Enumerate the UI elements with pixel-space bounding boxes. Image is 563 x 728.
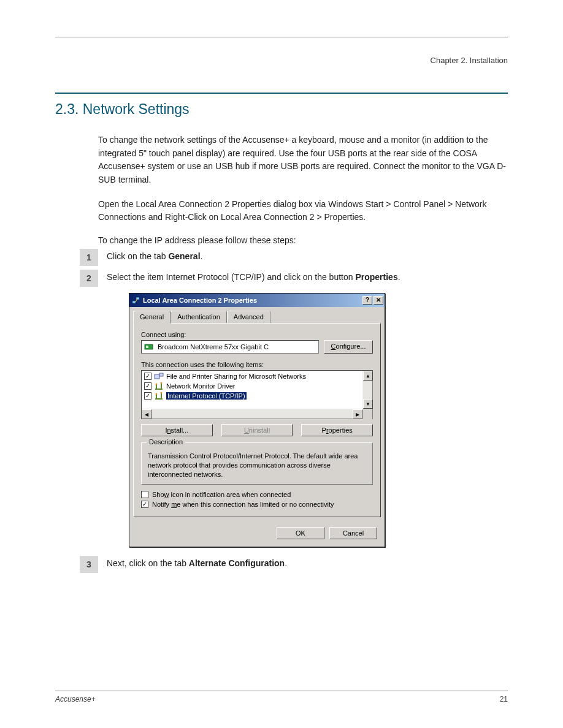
section-title: 2.3. Network Settings: [55, 101, 508, 118]
step-2: 2 Select the item Internet Protocol (TCP…: [55, 270, 508, 287]
protocol-icon: [154, 382, 164, 390]
step-1-text: Click on the tab General.: [107, 249, 202, 261]
notify-checkbox-row[interactable]: ✓ Notify me when this connection has lim…: [141, 501, 373, 508]
nic-icon: [144, 343, 154, 351]
horizontal-scrollbar[interactable]: ◀ ▶: [142, 409, 372, 419]
scroll-right-button[interactable]: ▶: [353, 409, 362, 419]
tab-authentication[interactable]: Authentication: [170, 311, 227, 323]
properties-button[interactable]: Properties: [301, 424, 373, 436]
page-footer: Accusense+ 21: [55, 691, 508, 703]
intro-paragraph-1: To change the network settings of the Ac…: [55, 134, 508, 187]
svg-point-11: [161, 382, 163, 384]
svg-point-10: [156, 384, 158, 385]
svg-rect-5: [155, 374, 159, 379]
scroll-down-button[interactable]: ▼: [363, 399, 373, 409]
tab-general-panel: Connect using: Broadcom NetXtreme 57xx G…: [133, 323, 381, 517]
steps-intro: To change the IP address please follow t…: [55, 235, 508, 245]
scroll-left-button[interactable]: ◀: [142, 409, 151, 419]
show-icon-checkbox[interactable]: [141, 491, 148, 498]
notify-checkbox[interactable]: ✓: [141, 501, 148, 508]
protocol-icon: [154, 392, 164, 400]
items-label: This connection uses the following items…: [141, 361, 373, 368]
show-icon-checkbox-row[interactable]: Show icon in notification area when conn…: [141, 491, 373, 498]
chapter-label: Chapter 2. Installation: [431, 56, 508, 65]
description-legend: Description: [147, 438, 185, 446]
cancel-button[interactable]: Cancel: [329, 527, 377, 539]
description-text: Transmission Control Protocol/Internet P…: [148, 452, 366, 479]
checkbox-file-printer[interactable]: ✓: [144, 373, 151, 380]
adapter-field[interactable]: Broadcom NetXtreme 57xx Gigabit C: [141, 340, 319, 354]
help-button[interactable]: ?: [362, 296, 372, 305]
uninstall-button: Uninstall: [221, 424, 293, 436]
item-tcpip[interactable]: ✓ Internet Protocol (TCP/IP): [142, 391, 362, 401]
item-file-printer-sharing[interactable]: ✓ File and Printer Sharing for Microsoft…: [142, 371, 362, 381]
step-2-number: 2: [80, 270, 98, 287]
svg-point-16: [161, 392, 163, 394]
install-button[interactable]: Install...: [141, 424, 213, 436]
scroll-track[interactable]: [363, 381, 372, 399]
service-icon: [154, 372, 164, 381]
product-name: Accusense+: [55, 695, 96, 703]
dialog-title: Local Area Connection 2 Properties: [143, 297, 362, 304]
tab-advanced[interactable]: Advanced: [227, 311, 270, 323]
notify-label: Notify me when this connection has limit…: [152, 501, 334, 508]
checkbox-tcpip[interactable]: ✓: [144, 392, 151, 400]
item-label: File and Printer Sharing for Microsoft N…: [166, 373, 306, 380]
connect-using-label: Connect using:: [141, 331, 373, 338]
item-label: Internet Protocol (TCP/IP): [166, 392, 247, 400]
svg-rect-3: [145, 344, 153, 349]
checkbox-network-monitor[interactable]: ✓: [144, 382, 151, 390]
step-2-text: Select the item Internet Protocol (TCP/I…: [107, 270, 400, 282]
scroll-track[interactable]: [151, 409, 353, 419]
step-3: 3 Next, click on the tab Alternate Confi…: [55, 556, 508, 573]
svg-rect-6: [159, 373, 163, 376]
vertical-scrollbar[interactable]: ▲ ▼: [362, 371, 372, 409]
connection-icon: [132, 296, 140, 305]
step-3-number: 3: [80, 556, 98, 573]
tab-general[interactable]: General: [133, 311, 170, 324]
close-button[interactable]: ✕: [373, 296, 383, 305]
tabstrip: General Authentication Advanced: [129, 307, 385, 323]
titlebar[interactable]: Local Area Connection 2 Properties ? ✕: [129, 294, 385, 307]
svg-rect-4: [146, 346, 148, 348]
svg-rect-0: [132, 301, 136, 303]
item-label: Network Monitor Driver: [166, 382, 235, 390]
items-listbox[interactable]: ✓ File and Printer Sharing for Microsoft…: [141, 370, 373, 419]
svg-point-15: [156, 393, 158, 395]
configure-button[interactable]: Configure...: [324, 340, 373, 354]
description-groupbox: Description Transmission Control Protoco…: [141, 442, 373, 485]
item-network-monitor[interactable]: ✓ Network Monitor Driver: [142, 381, 362, 391]
adapter-name: Broadcom NetXtreme 57xx Gigabit C: [158, 343, 269, 351]
step-3-text: Next, click on the tab Alternate Configu…: [107, 556, 287, 568]
ok-button[interactable]: OK: [277, 527, 324, 539]
intro-paragraph-2: Open the Local Area Connection 2 Propert…: [55, 198, 508, 224]
step-1-number: 1: [80, 249, 98, 266]
show-icon-label: Show icon in notification area when conn…: [152, 491, 291, 498]
properties-dialog: Local Area Connection 2 Properties ? ✕ G…: [129, 293, 385, 547]
scroll-up-button[interactable]: ▲: [363, 371, 373, 381]
step-1: 1 Click on the tab General.: [55, 249, 508, 266]
page-header: Chapter 2. Installation: [55, 56, 508, 65]
scroll-corner: [362, 409, 372, 419]
page-number: 21: [500, 695, 508, 703]
